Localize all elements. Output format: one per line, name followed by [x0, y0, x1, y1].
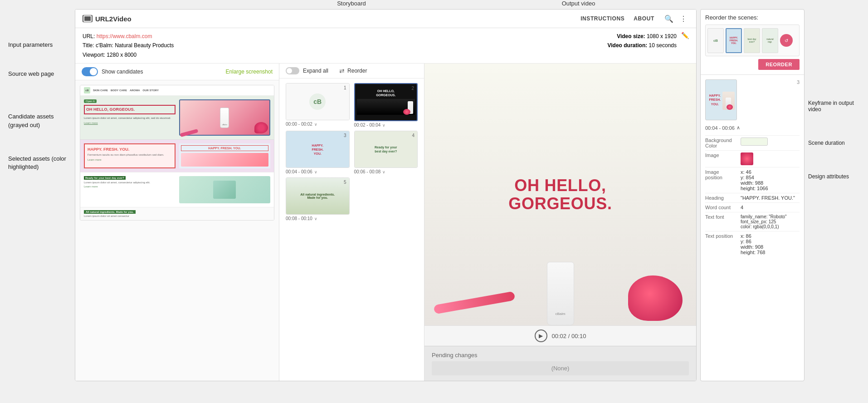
play-button[interactable]: ▶	[535, 329, 547, 342]
edit-button[interactable]: ✏️	[681, 32, 689, 39]
attr-text-font: Text font family_name: "Roboto" font_siz…	[705, 212, 800, 231]
more-options-button[interactable]: ⋮	[678, 13, 689, 24]
thumb-mini-2[interactable]: HAPPY.FRESH.YOU.	[726, 28, 742, 53]
thumb-mini-1[interactable]: cB	[707, 28, 724, 53]
scene-detail-timing-arrow[interactable]: ∧	[736, 125, 740, 131]
hero-title: OH HELLO, GORGEOUS.	[84, 105, 176, 114]
url-bar: URL: https://www.cbalm.com Title: c'Balm…	[75, 28, 696, 64]
scene-4-arrow[interactable]: ∨	[382, 170, 385, 174]
nav-bodycare: BODY CARE	[111, 89, 127, 92]
scene-3-text: HAPPY.FRESH.YOU.	[312, 143, 323, 156]
attr-font-value: family_name: "Roboto" font_size_px: 125 …	[741, 214, 800, 229]
storyboard-scenes[interactable]: 1 cB 00:00 - 00:02 ∨	[279, 79, 424, 381]
third-badge: Ready for your best day ever?	[84, 176, 126, 180]
scene-5-text: All natural ingredients.Made for you.	[298, 191, 336, 201]
show-candidates-toggle[interactable]	[82, 67, 98, 76]
scene-detail-timing: 00:04 - 00:06	[705, 125, 735, 131]
third-desc: Lorem ipsum dolor sit amet, consectetur …	[84, 181, 176, 184]
attr-font-label: Text font	[705, 214, 737, 229]
nav-aroma: AROMA	[130, 89, 140, 92]
scene-4-time: 00:06 - 00:08	[354, 169, 381, 174]
scene-1-container: 1 cB 00:00 - 00:02 ∨	[286, 83, 350, 129]
source-toolbar: Show candidates Enlarge screenshot	[75, 64, 279, 80]
design-attrs-annotation: Design attributes	[808, 173, 863, 180]
scene-meta: 3	[797, 79, 800, 85]
url-info: URL: https://www.cbalm.com Title: c'Balm…	[83, 32, 174, 59]
time-display: 00:02 / 00:10	[552, 333, 586, 339]
video-text-line2: GORGEOUS.	[508, 195, 612, 213]
scene-4-number: 4	[412, 133, 414, 138]
video-main-text: OH HELLO, GORGEOUS.	[508, 177, 612, 212]
source-screenshots[interactable]: cB SKIN CARE BODY CARE AROMA OUR STORY	[75, 80, 279, 381]
webpage-hero-1: Open It OH HELLO, GORGEOUS. Lorem ipsum …	[80, 96, 274, 139]
attr-image-label: Image	[705, 152, 737, 165]
scene-5-card[interactable]: 5 All natural ingredients.Made for you.	[286, 177, 350, 215]
video-controls: ▶ 00:02 / 00:10	[424, 325, 696, 346]
product-bottle	[220, 108, 229, 128]
reorder-label[interactable]: Reorder	[347, 68, 367, 74]
webpage-nav: cB SKIN CARE BODY CARE AROMA OUR STORY	[80, 85, 274, 96]
nav-instructions[interactable]: INSTRUCTIONS	[580, 15, 624, 22]
url-link[interactable]: https://www.cbalm.com	[97, 33, 152, 39]
show-candidates-toggle-group: Show candidates	[82, 67, 143, 76]
brand-logo: cB	[84, 87, 90, 93]
video-flower	[628, 275, 683, 321]
storyboard-panel: Expand all ⇄ Reorder 1	[279, 64, 424, 381]
reorder-group: ⇄ Reorder	[339, 67, 367, 74]
search-button[interactable]: 🔍	[663, 13, 674, 24]
hero-right	[179, 99, 271, 136]
scene-1-number: 1	[344, 85, 346, 90]
scene-1-thumb: cB	[286, 84, 349, 120]
webpage-section-4: All natural ingredients. Made for you. L…	[80, 207, 274, 220]
source-panel: Show candidates Enlarge screenshot c	[75, 64, 279, 381]
thumb-mini-3[interactable]: best dayever?	[744, 28, 760, 53]
hero-link: Learn more	[84, 122, 176, 124]
right-top-section: Reorder the scenes: cB HAPPY.FRESH.YOU. …	[701, 10, 804, 75]
scene-3-thumb: HAPPY.FRESH.YOU.	[286, 131, 349, 167]
pending-area: Pending changes (None)	[424, 346, 696, 381]
sec-hero-desc: Fermentum iaculis eu non diam phasellus …	[88, 153, 172, 157]
input-params-label: Input parameters	[8, 41, 71, 49]
color-swatch	[741, 138, 768, 146]
scene-4-card[interactable]: 4 Ready for yourbest day ever?	[354, 131, 418, 168]
left-annotations: Input parameters Source web page Candida…	[5, 9, 75, 381]
scene-5-timing: 00:08 - 00:10 ∨	[286, 215, 350, 222]
app-logo: URL2Video	[83, 15, 132, 23]
attr-heading-value: "HAPPY. FRESH. YOU."	[741, 195, 800, 201]
attr-wc-label: Word count	[705, 205, 737, 210]
scene-2-timing: 00:02 - 00:04 ∨	[354, 121, 418, 129]
app-nav: INSTRUCTIONS ABOUT 🔍 ⋮	[580, 13, 689, 24]
scene-2-arrow[interactable]: ∨	[382, 123, 385, 128]
expand-all-toggle[interactable]	[286, 67, 299, 74]
scene-1-card[interactable]: 1 cB	[286, 83, 350, 120]
thumb-mini-circle[interactable]: ↺	[780, 34, 793, 47]
attr-image: Image	[705, 150, 800, 167]
scene-2-thumb: OH HELLO,GORGEOUS.	[355, 84, 417, 120]
scene-thumbnails-row[interactable]: cB HAPPY.FRESH.YOU. best dayever? natura…	[705, 25, 800, 56]
scene-1-arrow[interactable]: ∨	[314, 122, 317, 127]
attr-text-position: Text position x: 86 y: 86 width: 908 hei…	[705, 231, 800, 257]
scene-5-arrow[interactable]: ∨	[314, 216, 317, 221]
scene-3-card[interactable]: 3 HAPPY.FRESH.YOU.	[286, 131, 350, 168]
design-attributes-section: BackgroundColor Image Image position x: …	[705, 135, 800, 257]
scene-detail-number: 3	[797, 79, 800, 85]
scene-1-time: 00:00 - 00:02	[286, 122, 312, 127]
reorder-title: Reorder the scenes:	[705, 14, 800, 21]
scene-row-1-2: 1 cB 00:00 - 00:02 ∨	[286, 83, 418, 129]
webpage-sim: cB SKIN CARE BODY CARE AROMA OUR STORY	[80, 85, 274, 220]
scene-2-number: 2	[411, 86, 414, 91]
scene-4-text: Ready for yourbest day ever?	[375, 145, 397, 153]
scene-3-arrow[interactable]: ∨	[314, 170, 317, 174]
scene-5-thumb: All natural ingredients.Made for you.	[286, 178, 349, 214]
scene-2-card[interactable]: 2 OH HELLO,GORGEOUS.	[354, 83, 418, 121]
enlarge-screenshot-link[interactable]: Enlarge screenshot	[226, 69, 273, 75]
selected-label: Selected assets (color highlighted)	[8, 155, 71, 171]
nav-about[interactable]: ABOUT	[634, 15, 654, 22]
url-row: URL: https://www.cbalm.com	[83, 32, 174, 41]
reorder-button[interactable]: REORDER	[758, 59, 800, 70]
logo-icon	[83, 15, 93, 22]
show-candidates-label: Show candidates	[102, 69, 143, 75]
thumb-mini-4[interactable]: naturalingr.	[762, 28, 778, 53]
webpage-hero-2: HAPPY. FRESH. YOU. Fermentum iaculis eu …	[80, 139, 274, 172]
attr-txt-pos-label: Text position	[705, 233, 737, 255]
